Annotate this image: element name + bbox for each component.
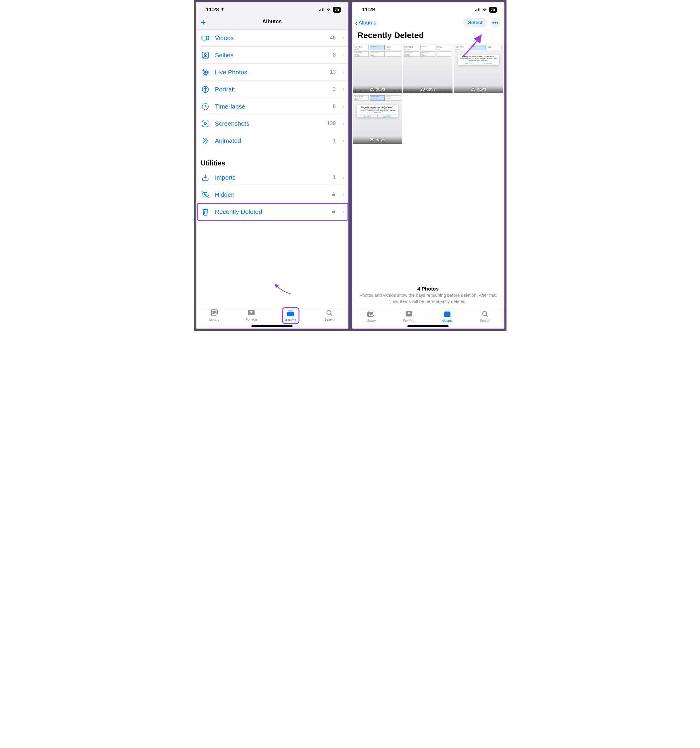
utility-row-import[interactable]: Imports 1 › xyxy=(201,169,348,186)
albums-icon xyxy=(286,309,295,318)
tab-search[interactable]: Search xyxy=(480,310,490,322)
row-count: 13 xyxy=(330,69,336,75)
row-label: Time-lapse xyxy=(215,103,328,110)
status-bar: 11:29 70 xyxy=(352,2,504,15)
row-count: 8 xyxy=(333,52,336,58)
utilities-header: Utilities xyxy=(196,149,348,169)
svg-point-13 xyxy=(204,122,206,125)
svg-point-7 xyxy=(204,71,206,73)
media-row-selfie[interactable]: Selfies 8 › xyxy=(201,47,348,64)
albums-header: + Albums xyxy=(196,15,348,29)
page-title: Recently Deleted xyxy=(352,29,504,44)
status-time: 11:28 xyxy=(206,7,219,13)
select-button[interactable]: Select xyxy=(463,18,487,27)
search-icon xyxy=(481,310,489,318)
deleted-thumbnail[interactable]: S.NON_ALCOHOLIC_...ES.pdf08/10/23020 KB … xyxy=(353,94,402,143)
chevron-right-icon: › xyxy=(342,174,344,181)
ellipsis-icon: ••• xyxy=(492,20,499,26)
tab-library[interactable]: Library xyxy=(209,309,219,322)
tab-label: For You xyxy=(246,318,257,321)
location-icon xyxy=(220,7,224,13)
tab-label: Albums xyxy=(441,319,452,322)
chevron-right-icon: › xyxy=(342,68,344,76)
status-time: 11:29 xyxy=(362,7,375,13)
svg-point-28 xyxy=(369,313,370,315)
timelapse-icon xyxy=(201,102,210,111)
foryou-icon xyxy=(405,310,413,318)
svg-rect-4 xyxy=(202,36,207,40)
nav-bar: ‹ Albums Select ••• xyxy=(352,15,504,29)
svg-rect-19 xyxy=(288,311,293,312)
page-title: Albums xyxy=(262,18,282,25)
row-label: Portrait xyxy=(215,86,328,93)
days-remaining: 29 days xyxy=(353,136,402,144)
deleted-thumbnail[interactable]: S.NON_ALCOHOLIC_...ES.pdf08/10/23020 KB … xyxy=(454,44,503,93)
video-icon xyxy=(201,34,210,42)
tab-label: Albums xyxy=(285,318,296,322)
library-icon xyxy=(367,310,375,318)
media-row-live[interactable]: Live Photos 13 › xyxy=(201,64,348,81)
media-types-list: Videos 46 › Selfies 8 › Live Photos 13 ›… xyxy=(196,29,348,149)
deleted-thumbnail[interactable]: S.NON_ALCOHOLIC_...ES.pdf08/10/23020 KB … xyxy=(403,44,452,93)
more-button[interactable]: ••• xyxy=(490,18,501,28)
row-label: Hidden xyxy=(215,191,327,198)
tab-foryou[interactable]: For You xyxy=(403,310,414,322)
svg-rect-1 xyxy=(320,9,321,11)
days-remaining: 29 days xyxy=(454,85,503,93)
lock-icon xyxy=(332,209,336,215)
media-row-timelapse[interactable]: Time-lapse 6 › xyxy=(201,98,348,115)
deleted-thumbnail[interactable]: S.NON_ALCOHOLIC_...ES.pdf08/10/23020 KB … xyxy=(353,44,402,93)
row-count: 6 xyxy=(333,103,336,109)
tab-bar: Library For You Albums Search xyxy=(196,307,348,323)
days-remaining: 29 days xyxy=(353,85,402,93)
hidden-icon xyxy=(201,190,210,199)
media-row-screenshot[interactable]: Screenshots 139 › xyxy=(201,115,348,132)
tab-albums[interactable]: Albums xyxy=(441,310,452,322)
row-label: Recently Deleted xyxy=(215,208,327,215)
back-button[interactable]: ‹ Albums xyxy=(355,19,376,27)
media-row-animated[interactable]: Animated 1 › xyxy=(201,132,348,149)
utility-row-hidden[interactable]: Hidden › xyxy=(201,186,348,203)
svg-rect-31 xyxy=(444,312,450,312)
svg-rect-30 xyxy=(444,312,450,317)
annotation-arrow xyxy=(270,283,294,294)
tab-bar: Library For You Albums Search xyxy=(352,308,504,323)
chevron-right-icon: › xyxy=(342,191,344,199)
live-icon xyxy=(201,68,210,76)
svg-rect-24 xyxy=(478,8,479,11)
chevron-right-icon: › xyxy=(342,85,344,93)
row-label: Animated xyxy=(215,137,328,144)
cellular-icon xyxy=(475,7,481,13)
row-label: Videos xyxy=(215,35,325,42)
back-label: Albums xyxy=(358,20,376,26)
svg-rect-25 xyxy=(479,8,480,11)
portrait-icon: f xyxy=(201,85,210,93)
cellular-icon xyxy=(319,7,324,13)
phone-recently-deleted: 11:29 70 ‹ Albums Select ••• Rec xyxy=(352,2,505,329)
row-label: Selfies xyxy=(215,52,328,59)
svg-rect-3 xyxy=(323,8,324,11)
animated-icon xyxy=(201,137,210,145)
library-icon xyxy=(210,309,218,317)
svg-rect-0 xyxy=(319,10,320,11)
utility-row-trash[interactable]: Recently Deleted › xyxy=(197,203,348,220)
albums-icon xyxy=(443,310,451,318)
row-count: 1 xyxy=(333,174,336,181)
row-label: Screenshots xyxy=(215,120,322,127)
days-remaining: 29 days xyxy=(403,85,452,93)
battery-indicator: 70 xyxy=(333,7,341,13)
svg-point-33 xyxy=(482,312,487,316)
media-row-portrait[interactable]: f Portrait 3 › xyxy=(201,81,348,98)
tab-albums[interactable]: Albums xyxy=(283,309,298,322)
add-album-button[interactable]: + xyxy=(201,18,206,27)
tab-label: Search xyxy=(480,319,490,322)
tab-foryou[interactable]: For You xyxy=(246,309,257,322)
wifi-icon xyxy=(482,7,487,13)
tab-search[interactable]: Search xyxy=(324,309,335,322)
tab-label: Search xyxy=(324,318,335,321)
chevron-right-icon: › xyxy=(342,103,344,110)
screenshot-icon xyxy=(201,119,210,128)
chevron-right-icon: › xyxy=(342,208,344,216)
tab-library[interactable]: Library xyxy=(366,310,376,322)
media-row-video[interactable]: Videos 46 › xyxy=(201,29,348,47)
